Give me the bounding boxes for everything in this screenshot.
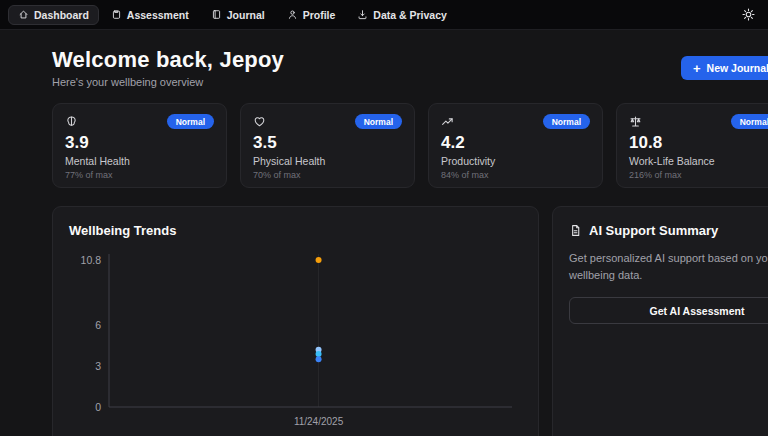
download-icon bbox=[357, 9, 368, 20]
theme-toggle-button[interactable] bbox=[736, 3, 760, 27]
metric-value: 4.2 bbox=[441, 133, 590, 153]
wellbeing-chart: 03610.811/24/2025 bbox=[69, 248, 522, 433]
metric-label: Physical Health bbox=[253, 155, 402, 167]
status-badge: Normal bbox=[543, 114, 590, 129]
user-icon bbox=[287, 9, 298, 20]
trending-up-icon bbox=[441, 115, 454, 128]
metrics-row: Normal 3.9 Mental Health 77% of max Norm… bbox=[52, 103, 768, 188]
metric-label: Mental Health bbox=[65, 155, 214, 167]
nav-label: Data & Privacy bbox=[373, 9, 447, 21]
nav-label: Journal bbox=[227, 9, 265, 21]
scale-icon bbox=[629, 115, 642, 128]
nav-label: Dashboard bbox=[34, 9, 89, 21]
svg-text:11/24/2025: 11/24/2025 bbox=[294, 416, 344, 427]
svg-text:0: 0 bbox=[95, 401, 101, 413]
metric-label: Work-Life Balance bbox=[629, 155, 768, 167]
svg-text:3: 3 bbox=[95, 360, 101, 372]
metric-value: 3.9 bbox=[65, 133, 214, 153]
metric-sub: 77% of max bbox=[65, 170, 214, 180]
nav-label: Profile bbox=[303, 9, 336, 21]
get-ai-assessment-button[interactable]: Get AI Assessment bbox=[569, 297, 768, 324]
status-badge: Normal bbox=[167, 114, 214, 129]
metric-card-physical-health: Normal 3.5 Physical Health 70% of max bbox=[240, 103, 415, 188]
brain-icon bbox=[65, 115, 78, 128]
metric-sub: 70% of max bbox=[253, 170, 402, 180]
metric-sub: 216% of max bbox=[629, 170, 768, 180]
sun-icon bbox=[742, 8, 755, 21]
main-content: Welcome back, Jepoy Here's your wellbein… bbox=[0, 30, 768, 436]
svg-text:6: 6 bbox=[95, 319, 101, 331]
trends-panel-title: Wellbeing Trends bbox=[69, 223, 522, 238]
metric-card-work-life-balance: Normal 10.8 Work-Life Balance 216% of ma… bbox=[616, 103, 768, 188]
ai-panel-description: Get personalized AI support based on you… bbox=[569, 250, 768, 283]
navbar: Dashboard Assessment Journal Profile Dat… bbox=[0, 0, 768, 30]
metric-value: 3.5 bbox=[253, 133, 402, 153]
plus-icon: + bbox=[693, 62, 701, 75]
ai-support-panel: AI Support Summary Get personalized AI s… bbox=[552, 206, 768, 436]
nav-item-journal[interactable]: Journal bbox=[201, 5, 275, 25]
svg-text:10.8: 10.8 bbox=[81, 254, 102, 266]
wellbeing-trends-panel: Wellbeing Trends 03610.811/24/2025 bbox=[52, 206, 539, 436]
nav-item-profile[interactable]: Profile bbox=[277, 5, 346, 25]
page-subtitle: Here's your wellbeing overview bbox=[52, 76, 768, 88]
new-journal-entry-label: New Journal Entry bbox=[707, 62, 768, 74]
nav-item-dashboard[interactable]: Dashboard bbox=[8, 5, 99, 25]
clipboard-icon bbox=[111, 9, 122, 20]
book-icon bbox=[211, 9, 222, 20]
nav-item-assessment[interactable]: Assessment bbox=[101, 5, 199, 25]
home-icon bbox=[18, 9, 29, 20]
panels-row: Wellbeing Trends 03610.811/24/2025 AI Su… bbox=[52, 206, 768, 436]
metric-card-productivity: Normal 4.2 Productivity 84% of max bbox=[428, 103, 603, 188]
metric-sub: 84% of max bbox=[441, 170, 590, 180]
page-title: Welcome back, Jepoy bbox=[52, 48, 768, 72]
ai-panel-title: AI Support Summary bbox=[589, 223, 718, 238]
status-badge: Normal bbox=[731, 114, 768, 129]
nav-label: Assessment bbox=[127, 9, 189, 21]
nav-item-data-privacy[interactable]: Data & Privacy bbox=[347, 5, 457, 25]
document-icon bbox=[569, 224, 582, 237]
metric-card-mental-health: Normal 3.9 Mental Health 77% of max bbox=[52, 103, 227, 188]
status-badge: Normal bbox=[355, 114, 402, 129]
metric-label: Productivity bbox=[441, 155, 590, 167]
new-journal-entry-button[interactable]: + New Journal Entry bbox=[681, 56, 768, 80]
heart-icon bbox=[253, 115, 266, 128]
metric-value: 10.8 bbox=[629, 133, 768, 153]
